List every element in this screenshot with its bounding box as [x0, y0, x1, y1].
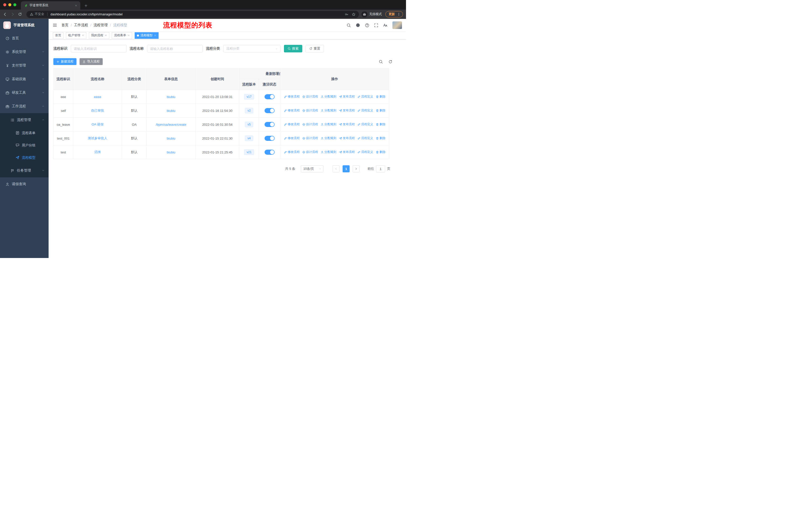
breadcrumb-item[interactable]: 流程管理: [94, 23, 108, 27]
security-chip[interactable]: 不安全: [30, 12, 44, 17]
process-name-link[interactable]: 自己审批: [91, 109, 104, 112]
github-icon[interactable]: [356, 23, 360, 27]
op-publish-link[interactable]: 发布流程: [339, 122, 355, 127]
op-assign-link[interactable]: 分配规则: [321, 108, 337, 113]
op-delete-link[interactable]: 删除: [376, 122, 386, 127]
form-info-link[interactable]: biubiu: [167, 151, 175, 154]
fullscreen-icon[interactable]: [374, 23, 378, 27]
sidebar-item-leave-query[interactable]: 请假查询: [0, 178, 49, 191]
app-logo[interactable]: 芋道管理系统: [0, 19, 49, 31]
sidebar-item-system[interactable]: 系统管理: [0, 45, 49, 59]
tag-租户管理[interactable]: 租户管理: [66, 32, 86, 39]
op-assign-link[interactable]: 分配规则: [321, 122, 337, 127]
back-icon[interactable]: [3, 12, 7, 17]
status-toggle[interactable]: [265, 136, 274, 141]
op-publish-link[interactable]: 发布流程: [339, 108, 355, 113]
tag-close-icon[interactable]: [82, 34, 84, 36]
op-delete-link[interactable]: 删除: [376, 150, 386, 154]
window-zoom-button[interactable]: [13, 3, 17, 6]
reset-button[interactable]: 重置: [306, 45, 324, 52]
op-delete-link[interactable]: 删除: [376, 94, 386, 99]
op-definition-link[interactable]: 流程定义: [357, 136, 373, 140]
op-design-link[interactable]: 设计流程: [302, 136, 318, 140]
form-info-link[interactable]: biubiu: [167, 109, 175, 113]
status-toggle[interactable]: [265, 94, 274, 99]
form-info-link[interactable]: /bpm/oa/leave/create: [156, 123, 186, 127]
op-edit-link[interactable]: 修改流程: [284, 122, 300, 127]
window-close-button[interactable]: [3, 3, 6, 6]
op-edit-link[interactable]: 修改流程: [284, 150, 300, 154]
sidebar-item-user-group[interactable]: 用户分组: [0, 139, 49, 152]
help-icon[interactable]: [365, 23, 369, 27]
op-assign-link[interactable]: 分配规则: [321, 94, 337, 99]
breadcrumb-item[interactable]: 工作流程: [74, 23, 88, 27]
page-size-select[interactable]: 10条/页: [301, 165, 323, 172]
new-tab-button[interactable]: [84, 4, 88, 7]
sidebar-item-payment[interactable]: 支付管理: [0, 59, 49, 72]
op-publish-link[interactable]: 发布流程: [339, 94, 355, 99]
form-info-link[interactable]: biubiu: [167, 137, 175, 140]
sidebar-item-devtools[interactable]: 研发工具: [0, 86, 49, 100]
op-assign-link[interactable]: 分配规则: [321, 150, 337, 154]
status-toggle[interactable]: [265, 150, 274, 155]
search-button[interactable]: 搜索: [284, 45, 302, 52]
password-key-icon[interactable]: [345, 12, 348, 16]
sidebar-item-process-mgmt[interactable]: 流程管理: [0, 113, 49, 127]
next-page-button[interactable]: [353, 165, 360, 172]
process-name-link[interactable]: 滔博: [94, 150, 101, 154]
op-publish-link[interactable]: 发布流程: [339, 136, 355, 140]
op-design-link[interactable]: 设计流程: [302, 150, 318, 154]
create-process-button[interactable]: 新建流程: [53, 58, 77, 65]
op-definition-link[interactable]: 流程定义: [357, 108, 373, 113]
sidebar-collapse-icon[interactable]: [53, 23, 57, 27]
status-toggle[interactable]: [265, 108, 274, 113]
process-name-link[interactable]: 测试多审批人: [88, 136, 108, 140]
op-delete-link[interactable]: 删除: [376, 136, 386, 140]
op-delete-link[interactable]: 删除: [376, 108, 386, 113]
op-design-link[interactable]: 设计流程: [302, 94, 318, 99]
op-definition-link[interactable]: 流程定义: [357, 150, 373, 154]
op-edit-link[interactable]: 修改流程: [284, 136, 300, 140]
op-design-link[interactable]: 设计流程: [302, 108, 318, 113]
op-design-link[interactable]: 设计流程: [302, 122, 318, 127]
tag-close-icon[interactable]: [127, 34, 130, 36]
op-assign-link[interactable]: 分配规则: [321, 136, 337, 140]
prev-page-button[interactable]: [332, 165, 340, 172]
process-key-input[interactable]: [71, 45, 126, 52]
sidebar-item-task-mgmt[interactable]: 任务管理: [0, 164, 49, 178]
tag-流程表单[interactable]: 流程表单: [112, 32, 132, 39]
tag-close-icon[interactable]: [105, 34, 107, 36]
tag-我的流程[interactable]: 我的流程: [89, 32, 109, 39]
form-info-link[interactable]: biubiu: [167, 95, 175, 99]
process-category-select[interactable]: 流程分类: [223, 45, 281, 52]
sidebar-item-workflow[interactable]: 工作流程: [0, 100, 49, 113]
process-name-input[interactable]: [147, 45, 203, 52]
sidebar-item-home[interactable]: 首页: [0, 31, 49, 45]
sidebar-item-process-form[interactable]: 流程表单: [0, 127, 49, 139]
address-bar[interactable]: 不安全 dashboard.yudao.iocoder.cn/bpm/manag…: [26, 11, 359, 18]
tag-close-icon[interactable]: [154, 34, 156, 36]
page-number-button[interactable]: 1: [343, 165, 350, 172]
browser-tab[interactable]: 芋道管理系统: [21, 1, 80, 9]
op-edit-link[interactable]: 修改流程: [284, 94, 300, 99]
op-edit-link[interactable]: 修改流程: [284, 108, 300, 113]
forward-icon[interactable]: [10, 12, 14, 17]
tag-首页[interactable]: 首页: [53, 32, 63, 39]
import-process-button[interactable]: 导入流程: [80, 58, 103, 65]
op-definition-link[interactable]: 流程定义: [357, 94, 373, 99]
goto-page-input[interactable]: [376, 165, 385, 172]
op-definition-link[interactable]: 流程定义: [357, 122, 373, 127]
browser-update-button[interactable]: 更新: [385, 11, 403, 18]
process-name-link[interactable]: OA 请假: [92, 123, 104, 126]
tab-close-icon[interactable]: [75, 4, 77, 7]
breadcrumb-item[interactable]: 首页: [61, 23, 68, 27]
op-publish-link[interactable]: 发布流程: [339, 150, 355, 154]
search-icon[interactable]: [347, 23, 351, 27]
reload-icon[interactable]: [18, 12, 22, 16]
bookmark-star-icon[interactable]: [352, 12, 355, 16]
window-minimize-button[interactable]: [8, 3, 11, 6]
sidebar-item-process-model[interactable]: 流程模型: [0, 152, 49, 164]
refresh-table-icon[interactable]: [388, 60, 393, 64]
process-name-link[interactable]: eeee: [94, 95, 101, 99]
tag-流程模型[interactable]: 流程模型: [135, 32, 158, 39]
